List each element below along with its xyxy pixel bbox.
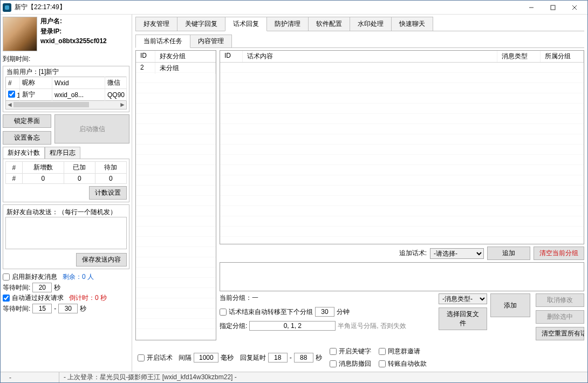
count-settings-button[interactable]: 计数设置 [89,186,127,200]
tab-quick-chat[interactable]: 快速聊天 [391,17,433,31]
delete-selected-button[interactable]: 删除选中 [536,310,584,324]
avatar [3,17,37,51]
auto-transfer-checkbox[interactable] [220,309,227,316]
assign-note: 半角逗号分隔, 否则失效 [338,322,406,331]
user-table-hscroll[interactable]: ◄► [5,101,127,110]
auto-collect-transfer-checkbox[interactable] [379,360,386,367]
username-label: 用户名: [40,17,107,26]
transfer-minutes-input[interactable] [315,307,334,317]
cancel-modify-button[interactable]: 取消修改 [536,293,584,307]
table-row: 1 新宁 wxid_o8... QQ90 [6,89,127,101]
status-bar: - - 上次登录：星光贝贝-摄影师王江 [wxid_kfd14w30kzbm22… [1,372,587,382]
auto-accept-friend-checkbox[interactable] [3,295,10,302]
append-button[interactable]: 追加 [487,247,530,260]
svg-rect-1 [551,5,555,10]
friend-group-grid[interactable]: ID 好友分组 2 未分组 [135,50,216,340]
tab-software-config[interactable]: 软件配置 [308,17,350,31]
enable-script-checkbox[interactable] [138,354,145,361]
tab-new-friend-count[interactable]: 新好友计数 [3,147,45,159]
accept-group-invite-checkbox[interactable] [379,348,386,355]
table-row: 2 未分组 [136,63,216,74]
wait-time-max-input[interactable] [58,304,78,313]
choose-reply-file-button[interactable]: 选择回复文件 [439,307,487,330]
remain-count: 剩余：0 人 [63,272,94,282]
script-content-grid[interactable]: ID 话术内容 消息类型 所属分组 [220,50,584,244]
minimize-button[interactable] [521,1,542,14]
start-wechat-button[interactable]: 启动微信 [54,114,129,143]
subtab-current-task[interactable]: 当前话术任务 [135,35,190,48]
expire-label: 到期时间: [3,54,129,64]
tab-program-log[interactable]: 程序日志 [45,147,80,159]
user-table[interactable]: # 昵称 Wxid 微信 1 新宁 wxid_o8... QQ90 [5,77,127,101]
msg-type-select[interactable]: -消息类型- [439,293,487,304]
main-tabs: 好友管理 关键字回复 话术回复 防护清理 软件配置 水印处理 快速聊天 [135,17,584,31]
user-row-checkbox[interactable] [8,91,15,98]
tab-keyword-reply[interactable]: 关键字回复 [177,17,225,31]
current-user-legend: 当前用户：[1]新宁 [5,67,60,77]
app-icon [3,3,11,12]
tab-watermark[interactable]: 水印处理 [350,17,392,31]
profile-wxid: wxid_o8btx3255cf012 [40,37,107,45]
add-button[interactable]: 添加 [490,293,530,317]
wait-time-min-input[interactable] [32,304,52,313]
sub-tabs: 当前话术任务 内容管理 [135,35,584,48]
append-script-select[interactable]: -请选择- [430,248,484,259]
delay-max-input[interactable] [294,353,313,363]
reset-all-scripts-button[interactable]: 清空重置所有话术 [536,327,584,340]
anti-recall-checkbox[interactable] [330,360,337,367]
stats-table: # 新增数 已加 待加 # 0 0 0 [5,161,127,184]
interval-input[interactable] [194,353,218,363]
tab-script-reply[interactable]: 话术回复 [225,17,267,31]
autosend-legend: 新好友自动发送：（每行一个随机发） [5,208,118,217]
window-title: 新宁【22:17:49】 [15,3,66,12]
append-script-label: 追加话术: [399,249,427,258]
close-button[interactable] [564,1,585,14]
set-memo-button[interactable]: 设置备忘 [3,131,51,145]
tab-protect-clean[interactable]: 防护清理 [266,17,309,31]
delay-min-input[interactable] [268,353,288,363]
lock-ui-button[interactable]: 锁定界面 [3,114,51,128]
current-group-label: 当前分组：一 [220,293,433,303]
enable-newfriend-msg-checkbox[interactable] [3,273,10,281]
enable-keyword-checkbox[interactable] [330,348,337,355]
script-content-input[interactable] [220,262,584,291]
tab-friend-manage[interactable]: 好友管理 [135,17,177,31]
save-send-content-button[interactable]: 保存发送内容 [76,253,127,266]
assign-group-input[interactable] [249,321,336,331]
clear-current-group-button[interactable]: 清空当前分组 [534,247,584,260]
wait-time-input[interactable] [32,283,52,292]
maximize-button[interactable] [542,1,564,14]
subtab-content-manage[interactable]: 内容管理 [190,35,232,47]
login-ip-label: 登录IP: [40,27,107,36]
countdown-label: 倒计时：0 秒 [69,293,107,303]
autosend-textarea[interactable] [5,217,127,249]
